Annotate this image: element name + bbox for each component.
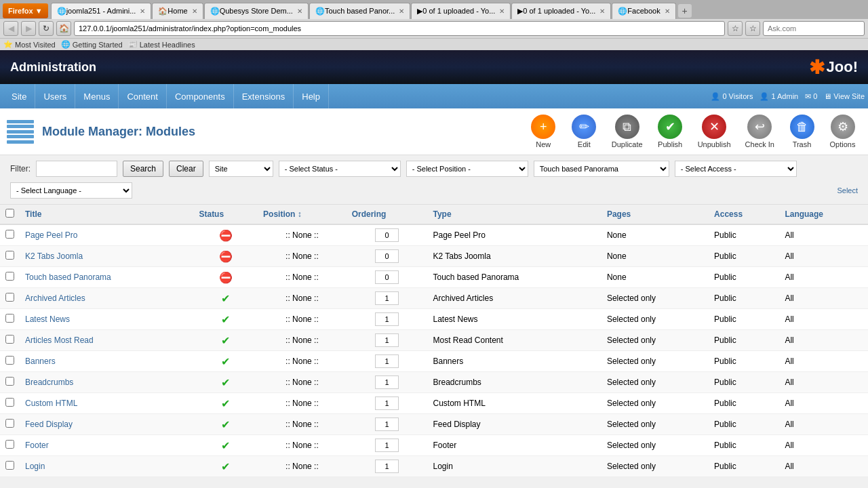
new-tab-button[interactable]: + [678, 4, 692, 18]
ordering-input[interactable] [375, 333, 399, 347]
ordering-header[interactable]: Ordering [347, 205, 428, 224]
nav-help[interactable]: Help [294, 84, 329, 108]
tab-close[interactable]: ✕ [665, 7, 670, 15]
unpublish-button[interactable]: ✕ Unpublish [692, 112, 736, 151]
status-published-icon[interactable]: ✔ [221, 335, 230, 346]
row-checkbox[interactable] [5, 314, 14, 323]
home-button[interactable]: 🏠 [56, 21, 71, 36]
row-checkbox[interactable] [5, 440, 14, 449]
filter-input[interactable] [36, 161, 117, 177]
ordering-input[interactable] [375, 375, 399, 389]
trash-button[interactable]: 🗑 Trash [783, 112, 821, 151]
ordering-input[interactable] [375, 228, 399, 242]
status-published-icon[interactable]: ✔ [221, 461, 230, 472]
status-unpublished-icon[interactable]: ⛔ [219, 251, 233, 262]
ordering-input[interactable] [375, 312, 399, 326]
reload-button[interactable]: ↻ [39, 21, 54, 36]
status-published-icon[interactable]: ✔ [221, 398, 230, 409]
tab-close[interactable]: ✕ [499, 7, 505, 15]
title-link[interactable]: Feed Display [25, 420, 73, 429]
title-link[interactable]: Custom HTML [25, 399, 77, 408]
nav-menus[interactable]: Menus [75, 84, 119, 108]
row-checkbox[interactable] [5, 272, 14, 281]
ordering-input[interactable] [375, 249, 399, 263]
access-select[interactable]: - Select Access - Public Registered Spec… [675, 161, 797, 177]
bookmark-latest-headlines[interactable]: 📰 Latest Headlines [128, 40, 195, 49]
nav-users[interactable]: Users [35, 84, 75, 108]
row-checkbox[interactable] [5, 356, 14, 365]
tab-close[interactable]: ✕ [297, 7, 302, 15]
ordering-input[interactable] [375, 396, 399, 410]
ordering-input[interactable] [375, 354, 399, 368]
title-link[interactable]: Touch based Panorama [25, 272, 111, 282]
access-header[interactable]: Access [709, 205, 779, 224]
options-button[interactable]: ⚙ Options [824, 112, 861, 151]
select-link[interactable]: Select [837, 186, 858, 195]
row-checkbox[interactable] [5, 230, 14, 239]
title-link[interactable]: Banners [25, 357, 56, 366]
search-button[interactable]: Search [123, 161, 163, 177]
language-header[interactable]: Language [779, 205, 868, 224]
tab-close[interactable]: ✕ [399, 7, 404, 15]
select-all-header[interactable] [0, 205, 20, 224]
duplicate-button[interactable]: ⧉ Duplicate [606, 112, 648, 151]
tab-2[interactable]: 🏠 Home ✕ [152, 3, 203, 19]
status-published-icon[interactable]: ✔ [221, 377, 230, 388]
title-link[interactable]: Footer [25, 441, 49, 450]
back-button[interactable]: ◀ [3, 21, 18, 36]
tab-6[interactable]: ▶ 0 of 1 uploaded - Yo... ✕ [511, 3, 611, 19]
nav-extensions[interactable]: Extensions [234, 84, 294, 108]
edit-button[interactable]: ✏ Edit [566, 112, 603, 151]
row-checkbox[interactable] [5, 335, 14, 344]
nav-components[interactable]: Components [167, 84, 234, 108]
title-link[interactable]: Page Peel Pro [25, 230, 77, 240]
status-published-icon[interactable]: ✔ [221, 356, 230, 367]
status-select[interactable]: - Select Status - Published Unpublished … [279, 161, 401, 177]
title-link[interactable]: Archived Articles [25, 293, 85, 303]
status-unpublished-icon[interactable]: ⛔ [219, 272, 233, 283]
address-bar[interactable] [74, 21, 725, 36]
module-select[interactable]: Touch based Panorama [534, 161, 669, 177]
tab-close[interactable]: ✕ [192, 7, 197, 15]
row-checkbox[interactable] [5, 461, 14, 470]
status-published-icon[interactable]: ✔ [221, 293, 230, 304]
nav-site[interactable]: Site [3, 84, 35, 108]
status-published-icon[interactable]: ✔ [221, 314, 230, 325]
tab-close[interactable]: ✕ [599, 7, 605, 15]
row-checkbox[interactable] [5, 419, 14, 428]
title-header[interactable]: Title [20, 205, 193, 224]
ordering-input[interactable] [375, 270, 399, 284]
search-bar[interactable] [763, 21, 865, 36]
ordering-input[interactable] [375, 460, 399, 473]
type-header[interactable]: Type [427, 205, 601, 224]
title-link[interactable]: Login [25, 462, 45, 471]
tab-4[interactable]: 🌐 Touch based Panor... ✕ [309, 3, 410, 19]
language-select[interactable]: - Select Language - [10, 182, 132, 199]
tab-3[interactable]: 🌐 Qubesys Store Dem... ✕ [204, 3, 309, 19]
row-checkbox[interactable] [5, 398, 14, 407]
forward-button[interactable]: ▶ [21, 21, 36, 36]
tab-close[interactable]: ✕ [140, 7, 145, 15]
bookmark-most-visited[interactable]: ⭐ Most Visited [3, 40, 56, 49]
tab-5[interactable]: ▶ 0 of 1 uploaded - Yo... ✕ [411, 3, 511, 19]
title-link[interactable]: Breadcrumbs [25, 378, 73, 387]
nav-content[interactable]: Content [119, 84, 167, 108]
site-select[interactable]: Site Administrator [209, 161, 273, 177]
position-header[interactable]: Position ↕ [258, 205, 347, 224]
tab-7[interactable]: 🌐 Facebook ✕ [612, 3, 675, 19]
status-published-icon[interactable]: ✔ [221, 440, 230, 451]
bookmark-getting-started[interactable]: 🌐 Getting Started [61, 40, 123, 49]
firefox-button[interactable]: Firefox ▼ [3, 3, 48, 18]
checkin-button[interactable]: ↩ Check In [740, 112, 780, 151]
new-button[interactable]: + New [525, 112, 562, 151]
ordering-input[interactable] [375, 291, 399, 305]
status-unpublished-icon[interactable]: ⛔ [219, 230, 233, 241]
row-checkbox[interactable] [5, 251, 14, 260]
clear-button[interactable]: Clear [169, 161, 203, 177]
title-link[interactable]: K2 Tabs Joomla [25, 251, 83, 261]
row-checkbox[interactable] [5, 377, 14, 386]
bookmark-button[interactable]: ☆ [728, 21, 743, 36]
ordering-input[interactable] [375, 439, 399, 452]
position-select[interactable]: - Select Position - [406, 161, 528, 177]
status-header[interactable]: Status [193, 205, 258, 224]
